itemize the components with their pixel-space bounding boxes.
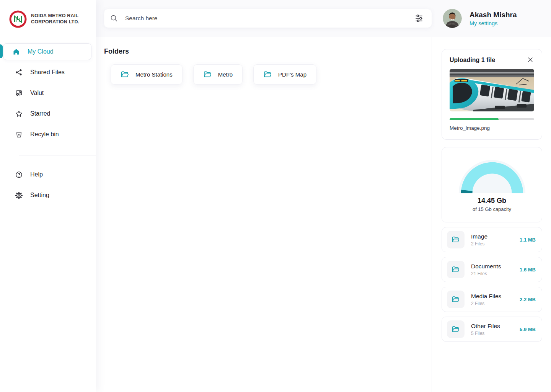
search-input[interactable] (125, 15, 412, 22)
category-name: Media Files (471, 293, 501, 300)
close-icon[interactable] (527, 56, 534, 64)
category-size: 1.6 MB (520, 267, 536, 273)
share-icon (15, 68, 23, 77)
folder-label: Metro (218, 71, 233, 78)
category-size: 5.9 MB (520, 327, 536, 332)
folder-card-metro[interactable]: Metro (193, 64, 243, 85)
category-size: 2.2 MB (520, 297, 536, 302)
sidebar-item-label: Setting (30, 192, 49, 199)
sidebar-item-label: Help (30, 171, 43, 178)
folder-open-icon (447, 261, 465, 278)
sidebar-item-starred[interactable]: Starred (3, 105, 91, 122)
star-icon (15, 109, 23, 118)
vault-icon (15, 89, 23, 97)
sidebar-item-help[interactable]: Help (3, 166, 91, 183)
storage-capacity-label: of 15 Gb capacity (442, 206, 542, 212)
folder-label: PDF’s Map (278, 71, 306, 78)
sidebar-item-vault[interactable]: Valut (3, 85, 91, 101)
storage-used-label: 14.45 Gb (442, 197, 542, 205)
nmrc-logo-icon (9, 10, 27, 28)
upload-title: Uploading 1 file (450, 57, 495, 64)
active-indicator (0, 44, 3, 58)
category-card-documents[interactable]: Documents 21 Files 1.6 MB (442, 257, 542, 282)
topbar: Akash Mishra My settings (96, 0, 551, 37)
my-settings-link[interactable]: My settings (469, 20, 517, 26)
folder-open-icon (447, 320, 465, 338)
folder-open-icon (447, 231, 465, 248)
folder-open-icon (263, 70, 272, 79)
category-name: Other Files (471, 323, 500, 330)
upload-progress-fill (450, 118, 499, 120)
sidebar-item-label: My Cloud (28, 48, 54, 55)
category-files: 2 Files (471, 241, 487, 247)
help-icon (15, 170, 23, 179)
sidebar-item-my-cloud[interactable]: My Cloud (3, 43, 91, 60)
folder-open-icon (447, 291, 465, 308)
category-name: Image (471, 233, 487, 240)
recycle-bin-icon (15, 130, 23, 139)
avatar[interactable] (443, 9, 462, 28)
sidebar-item-setting[interactable]: Setting (3, 187, 91, 204)
sidebar-nav: My Cloud Shared Files Valut (0, 43, 96, 204)
category-card-media-files[interactable]: Media Files 2 Files 2.2 MB (442, 287, 542, 312)
filter-sliders-icon[interactable] (412, 12, 425, 25)
folder-card-pdfs-map[interactable]: PDF’s Map (253, 64, 316, 85)
home-icon (12, 47, 20, 56)
upload-card: Uploading 1 file (442, 49, 542, 140)
metro-train-image (450, 69, 534, 111)
folder-label: Metro Stations (135, 71, 173, 78)
gear-icon (15, 191, 23, 199)
sidebar-item-shared-files[interactable]: Shared Files (3, 64, 91, 81)
brand-name: NOIDA METRO RAIL CORPORATION LTD. (31, 13, 79, 25)
brand: NOIDA METRO RAIL CORPORATION LTD. (0, 0, 96, 28)
sidebar-item-label: Shared Files (30, 69, 65, 76)
profile: Akash Mishra My settings (443, 9, 517, 28)
right-panel: Uploading 1 file (432, 37, 551, 392)
folder-card-metro-stations[interactable]: Metro Stations (111, 64, 183, 85)
sidebar-divider (19, 155, 96, 155)
category-files: 2 Files (471, 301, 501, 306)
category-files: 21 Files (471, 271, 501, 276)
category-card-other-files[interactable]: Other Files 5 Files 5.9 MB (442, 317, 542, 342)
folder-row: Metro Stations Metro PDF’s Map (111, 64, 432, 85)
sidebar: NOIDA METRO RAIL CORPORATION LTD. My Clo… (0, 0, 96, 392)
category-card-image[interactable]: Image 2 Files 1.1 MB (442, 227, 542, 252)
folder-open-icon (203, 70, 212, 79)
search-icon (109, 14, 119, 23)
sidebar-item-recycle-bin[interactable]: Recyle bin (3, 126, 91, 143)
folders-heading: Folders (104, 47, 432, 56)
storage-gauge (455, 157, 529, 193)
category-name: Documents (471, 263, 501, 270)
sidebar-item-label: Valut (30, 90, 44, 96)
category-files: 5 Files (471, 331, 500, 336)
search-bar[interactable] (104, 9, 432, 28)
sidebar-item-label: Starred (30, 110, 50, 117)
storage-card: 14.45 Gb of 15 Gb capacity (442, 147, 542, 222)
sidebar-item-label: Recyle bin (30, 131, 59, 138)
profile-text: Akash Mishra My settings (469, 11, 517, 26)
main-content: Folders Metro Stations Metro (96, 37, 432, 392)
folder-open-icon (121, 70, 129, 79)
user-name: Akash Mishra (469, 11, 517, 19)
category-size: 1.1 MB (520, 237, 536, 243)
upload-file-name: Metro_image.png (450, 125, 534, 131)
upload-progress-bar (450, 118, 534, 120)
